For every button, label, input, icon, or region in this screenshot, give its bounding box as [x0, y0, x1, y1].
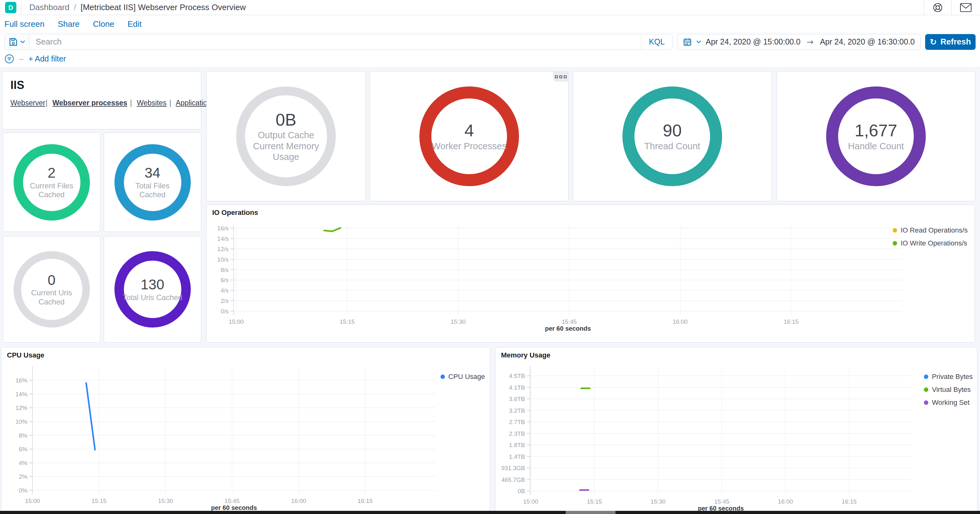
- svg-text:8/s: 8/s: [221, 267, 229, 273]
- memory-usage-chart[interactable]: 0B465.7GB931.3GB1.4TB1.8TB2.3TB2.7TB3.2T…: [495, 347, 978, 511]
- io-operations-chart[interactable]: 0/s2/s4/s6/s8/s10/s12/s14/s16/s15:0015:1…: [207, 205, 975, 343]
- svg-text:16:00: 16:00: [778, 498, 793, 505]
- chevron-down-icon: [20, 40, 25, 43]
- page-title: [Metricbeat IIS] Webserver Process Overv…: [80, 3, 246, 12]
- date-picker[interactable]: Apr 24, 2020 @ 15:00:00.0 → Apr 24, 2020…: [677, 34, 921, 50]
- svg-text:12%: 12%: [16, 404, 27, 411]
- bottom-scrollbar-thumb[interactable]: [566, 511, 616, 514]
- svg-text:15:15: 15:15: [587, 498, 602, 505]
- svg-text:15:15: 15:15: [91, 498, 107, 504]
- svg-text:931.3GB: 931.3GB: [501, 465, 525, 471]
- nav-full-screen[interactable]: Full screen: [5, 19, 45, 29]
- cpu-usage-chart[interactable]: 0%2%4%6%8%10%12%14%16%15:0015:1515:3015:…: [1, 347, 491, 511]
- date-to[interactable]: Apr 24, 2020 @ 16:30:00.0: [820, 37, 915, 46]
- gauge-ring: [419, 86, 519, 186]
- svg-text:4%: 4%: [19, 460, 28, 466]
- kibana-dashboard-app: D Dashboard / [Metricbeat IIS] Webserver…: [0, 0, 980, 514]
- legend-label: Private Bytes: [932, 373, 973, 381]
- gauge-ring: [826, 86, 926, 186]
- life-buoy-icon: [932, 2, 943, 13]
- svg-text:0%: 0%: [19, 487, 28, 494]
- link-webserver[interactable]: Webserver: [10, 99, 45, 107]
- legend-item[interactable]: CPU Usage: [441, 373, 485, 381]
- legend-item[interactable]: IO Read Operations/s: [892, 226, 968, 235]
- save-icon: [9, 38, 18, 46]
- saved-query-button[interactable]: [5, 34, 29, 49]
- legend-dot: [892, 241, 897, 246]
- gauge-ring: [115, 144, 191, 220]
- chevron-down-icon: [696, 40, 701, 43]
- legend-dot: [924, 375, 928, 379]
- svg-text:4.1TB: 4.1TB: [509, 384, 525, 391]
- panel-memory-usage: Memory Usage 0B465.7GB931.3GB1.4TB1.8TB2…: [495, 347, 977, 511]
- nav-edit[interactable]: Edit: [127, 19, 142, 29]
- help-button[interactable]: [924, 0, 951, 15]
- panel-worker-processes: 4Worker Processes: [370, 71, 568, 201]
- svg-text:15:30: 15:30: [158, 498, 173, 504]
- svg-text:8%: 8%: [19, 432, 28, 439]
- legend-item[interactable]: IO Write Operations/s: [892, 239, 968, 247]
- svg-text:15:15: 15:15: [340, 318, 355, 325]
- filter-bar: – + Add filter: [0, 51, 980, 67]
- cpu-chart-legend: CPU Usage: [441, 373, 485, 381]
- svg-text:16:00: 16:00: [291, 498, 306, 504]
- panel-options-button[interactable]: [553, 72, 568, 82]
- search-box: KQL: [5, 34, 673, 50]
- io-chart-legend: IO Read Operations/sIO Write Operations/…: [892, 226, 968, 247]
- link-websites[interactable]: Websites: [137, 99, 167, 107]
- add-filter-button[interactable]: + Add filter: [29, 54, 66, 64]
- newsfeed-button[interactable]: [951, 0, 980, 15]
- gauge-ring: [14, 251, 90, 327]
- svg-text:14/s: 14/s: [217, 235, 229, 242]
- gauge-ring: [236, 86, 336, 186]
- panel-handle-count: 1,677Handle Count: [776, 71, 975, 201]
- svg-text:15:00: 15:00: [523, 498, 538, 505]
- memory-chart-legend: Private BytesVirtual BytesWorking Set: [924, 373, 973, 407]
- nav-clone[interactable]: Clone: [93, 19, 115, 29]
- svg-text:15:00: 15:00: [229, 318, 244, 325]
- svg-text:16:15: 16:15: [784, 318, 799, 325]
- svg-text:16%: 16%: [16, 377, 27, 384]
- panel-total-files-cached: 34Total Files Cached: [104, 132, 201, 232]
- link-webserver-processes[interactable]: Webserver processes: [52, 99, 127, 107]
- legend-label: IO Read Operations/s: [900, 226, 968, 235]
- legend-label: CPU Usage: [449, 373, 485, 381]
- legend-item[interactable]: Private Bytes: [924, 373, 973, 381]
- query-bar: KQL Apr 24, 2020 @ 15:00:00.0 → Apr 24, …: [0, 33, 980, 51]
- search-input[interactable]: [29, 34, 641, 49]
- svg-text:10/s: 10/s: [217, 256, 229, 263]
- gauge-ring: [115, 251, 191, 327]
- gauge-ring: [14, 144, 90, 220]
- bottom-scrollbar: [0, 511, 980, 514]
- iis-links: Webserver| Webserver processes| Websites…: [10, 99, 231, 107]
- svg-text:2%: 2%: [19, 473, 28, 480]
- kql-button[interactable]: KQL: [641, 34, 672, 49]
- panel-output-cache-memory: 0BOutput Cache Current Memory Usage: [206, 71, 366, 201]
- svg-text:465.7GB: 465.7GB: [501, 476, 525, 483]
- legend-dot: [441, 375, 445, 379]
- breadcrumb[interactable]: Dashboard: [29, 3, 69, 12]
- dashboard-app-icon[interactable]: D: [5, 2, 16, 13]
- filter-icon[interactable]: [5, 54, 14, 64]
- refresh-icon: ↻: [930, 37, 937, 47]
- date-range-arrow-icon: →: [805, 37, 816, 47]
- svg-text:12/s: 12/s: [217, 246, 229, 252]
- panel-total-uris-cached: 130Total Uris Cached: [104, 236, 201, 343]
- legend-label: Virtual Bytes: [932, 386, 970, 394]
- svg-text:16:15: 16:15: [358, 498, 373, 504]
- panel-iis-links: IIS Webserver| Webserver processes| Webs…: [2, 71, 201, 129]
- svg-text:per 60 seconds: per 60 seconds: [545, 325, 591, 332]
- legend-item[interactable]: Virtual Bytes: [924, 386, 973, 394]
- nav-share[interactable]: Share: [58, 19, 80, 29]
- svg-text:4.5TB: 4.5TB: [509, 373, 525, 379]
- refresh-button[interactable]: ↻ Refresh: [925, 34, 975, 50]
- svg-text:2.7TB: 2.7TB: [509, 419, 525, 425]
- legend-label: Working Set: [932, 399, 969, 407]
- legend-item[interactable]: Working Set: [924, 399, 973, 407]
- svg-text:15:30: 15:30: [450, 318, 466, 325]
- svg-text:16:00: 16:00: [673, 318, 688, 325]
- svg-text:2.3TB: 2.3TB: [509, 430, 525, 437]
- date-from[interactable]: Apr 24, 2020 @ 15:00:00.0: [706, 37, 800, 46]
- svg-text:6/s: 6/s: [221, 277, 229, 283]
- legend-label: IO Write Operations/s: [900, 239, 967, 247]
